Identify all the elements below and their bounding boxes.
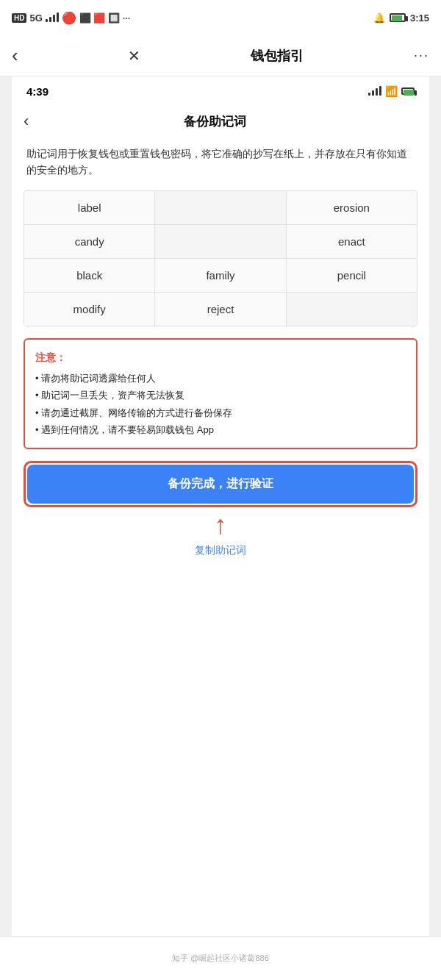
outer-status-left: HD 5G 🔴 ⬛ 🟥 🔲 ··· — [12, 11, 130, 25]
mnemonic-row: black family pencil — [24, 259, 417, 293]
outer-status-bar: HD 5G 🔴 ⬛ 🟥 🔲 ··· 🔔 3:15 — [0, 0, 441, 35]
backup-button-red-border: 备份完成，进行验证 — [24, 461, 417, 507]
warning-item-2: • 助记词一旦丢失，资产将无法恢复 — [35, 387, 406, 404]
mnemonic-word: reject — [207, 303, 234, 315]
outer-more-icon[interactable]: ··· — [414, 48, 429, 63]
hd-badge: HD — [12, 13, 26, 23]
outer-close-icon[interactable]: ✕ — [128, 47, 140, 65]
mnemonic-word: family — [206, 269, 234, 282]
mnemonic-cell: modify — [24, 293, 155, 326]
page-description: 助记词用于恢复钱包或重置钱包密码，将它准确的抄写在纸上，并存放在只有你知道的安全… — [12, 140, 429, 190]
arrow-up-icon: ↑ — [214, 512, 227, 538]
mnemonic-word: pencil — [337, 269, 366, 282]
inner-status-bar: 4:39 📶 — [12, 76, 429, 106]
backup-verify-button[interactable]: 备份完成，进行验证 — [27, 465, 414, 504]
warning-item-4: • 遇到任何情况，请不要轻易卸载钱包 App — [35, 421, 406, 438]
bell-icon: 🔔 — [373, 12, 385, 24]
phone-screen: 4:39 📶 ‹ 备份助记词 助记词用于恢复钱包或重置钱包密码，将它准确的抄写在… — [12, 76, 429, 936]
inner-back-button[interactable]: ‹ — [24, 112, 29, 131]
weibo-icon: 🔴 — [62, 11, 76, 25]
mnemonic-cell: black — [24, 259, 155, 292]
mnemonic-cell-empty — [155, 191, 286, 224]
mnemonic-cell: pencil — [287, 259, 417, 292]
inner-signal-icon — [368, 85, 381, 98]
mnemonic-word: erosion — [334, 201, 370, 214]
mnemonic-row: modify reject — [24, 293, 417, 326]
mnemonic-cell: enact — [287, 225, 417, 258]
warning-item-3: • 请勿通过截屏、网络传输的方式进行备份保存 — [35, 404, 406, 421]
bottom-bar: 知乎 @崛起社区小诸葛886 — [0, 936, 441, 980]
mnemonic-word: enact — [338, 235, 365, 248]
app-icons: ⬛ 🟥 🔲 ··· — [79, 12, 131, 24]
inner-battery-icon — [401, 86, 415, 97]
mnemonic-grid: label erosion candy enact black — [24, 190, 417, 326]
inner-wifi-icon: 📶 — [385, 85, 398, 97]
battery-outer — [390, 13, 406, 22]
signal-icon: 5G — [29, 12, 42, 24]
mnemonic-cell-empty — [287, 293, 417, 326]
mnemonic-word: candy — [75, 235, 104, 248]
inner-nav-title: 备份助记词 — [29, 113, 401, 130]
outer-nav-bar: ‹ ✕ 钱包指引 ··· — [0, 35, 441, 76]
mnemonic-cell-empty — [155, 225, 286, 258]
copy-mnemonic-link[interactable]: 复制助记词 — [12, 541, 429, 569]
outer-status-right: 🔔 3:15 — [373, 12, 429, 24]
warning-box: 注意： • 请勿将助记词透露给任何人 • 助记词一旦丢失，资产将无法恢复 • 请… — [24, 338, 417, 449]
signal-bars — [46, 12, 59, 24]
mnemonic-cell: family — [155, 259, 286, 292]
outer-nav-title: 钱包指引 — [251, 47, 304, 65]
watermark: 知乎 @崛起社区小诸葛886 — [172, 953, 269, 964]
mnemonic-word: label — [78, 201, 101, 214]
inner-status-icons: 📶 — [368, 85, 415, 98]
outer-back-icon[interactable]: ‹ — [12, 44, 18, 67]
mnemonic-cell: erosion — [287, 191, 417, 224]
warning-item-1: • 请勿将助记词透露给任何人 — [35, 370, 406, 387]
mnemonic-word: black — [76, 269, 102, 282]
warning-title: 注意： — [35, 348, 406, 367]
outer-time: 3:15 — [410, 12, 429, 24]
inner-time: 4:39 — [26, 85, 49, 98]
mnemonic-cell: reject — [155, 293, 286, 326]
inner-nav: ‹ 备份助记词 — [12, 106, 429, 140]
mnemonic-row: label erosion — [24, 191, 417, 225]
mnemonic-cell: candy — [24, 225, 155, 258]
arrow-indicator: ↑ — [12, 512, 429, 541]
mnemonic-word: modify — [74, 303, 106, 315]
mnemonic-row: candy enact — [24, 225, 417, 259]
backup-button-wrapper: 备份完成，进行验证 — [24, 461, 417, 507]
mnemonic-cell: label — [24, 191, 155, 224]
